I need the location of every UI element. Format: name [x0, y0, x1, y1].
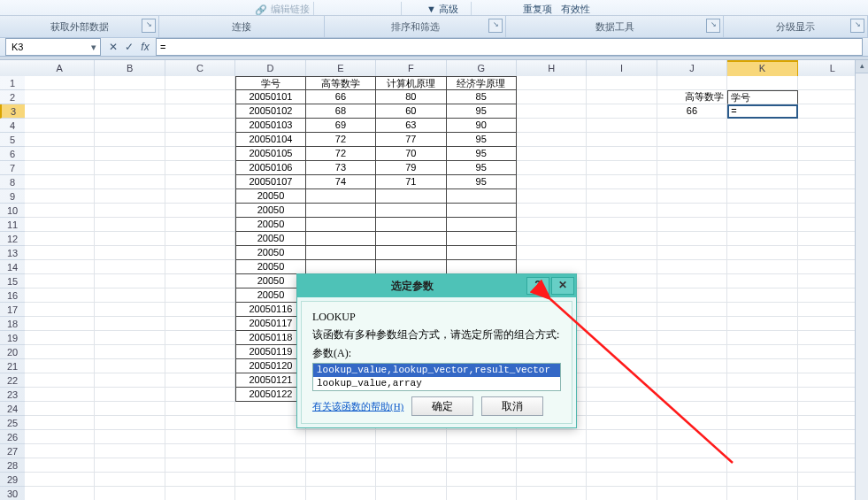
row-header-4[interactable]: 4 [0, 119, 25, 133]
cell-I15[interactable] [587, 274, 657, 288]
cell-C15[interactable] [165, 274, 235, 288]
name-box[interactable]: K3 ▾ [5, 38, 101, 56]
cell-J13[interactable] [657, 246, 727, 260]
cell-A25[interactable] [25, 416, 95, 430]
cell-K10[interactable] [727, 204, 797, 218]
cell-D29[interactable] [235, 473, 305, 487]
cell-J29[interactable] [657, 473, 727, 487]
cell-D12[interactable]: 20050 [235, 232, 306, 246]
row-header-11[interactable]: 11 [0, 218, 25, 232]
cell-G29[interactable] [447, 473, 517, 487]
cell-J28[interactable] [657, 458, 727, 473]
cell-F9[interactable] [376, 189, 446, 204]
cell-K9[interactable] [727, 189, 797, 204]
cell-J3[interactable]: 66 [657, 104, 727, 119]
cell-A29[interactable] [25, 473, 95, 487]
cell-F4[interactable]: 63 [376, 119, 446, 133]
cell-E28[interactable] [306, 458, 376, 473]
cell-G10[interactable] [447, 204, 517, 218]
cell-I7[interactable] [587, 161, 657, 175]
cell-K30[interactable] [727, 487, 797, 500]
cell-B4[interactable] [95, 119, 165, 133]
formula-bar[interactable]: = [156, 38, 863, 56]
cell-I13[interactable] [587, 246, 657, 260]
cell-B14[interactable] [95, 260, 165, 274]
cell-E27[interactable] [306, 444, 376, 458]
cell-J5[interactable] [657, 133, 727, 147]
cell-B9[interactable] [95, 189, 165, 204]
cell-C28[interactable] [165, 458, 235, 473]
cell-J20[interactable] [657, 345, 727, 359]
cell-G5[interactable]: 95 [447, 133, 517, 147]
cell-H14[interactable] [517, 260, 587, 274]
cell-A27[interactable] [25, 444, 95, 458]
row-header-1[interactable]: 1 [0, 76, 25, 90]
cell-I9[interactable] [587, 189, 657, 204]
group-launcher-icon[interactable]: ↘ [850, 19, 864, 33]
cell-I29[interactable] [587, 473, 657, 487]
cell-D24[interactable] [235, 402, 305, 416]
cell-H26[interactable] [517, 430, 587, 444]
column-header-I[interactable]: I [587, 60, 657, 76]
cell-H4[interactable] [517, 119, 587, 133]
cell-G26[interactable] [447, 430, 517, 444]
cell-J15[interactable] [657, 274, 727, 288]
cell-I3[interactable] [587, 104, 657, 119]
cell-I22[interactable] [587, 373, 657, 388]
row-header-6[interactable]: 6 [0, 147, 25, 161]
column-header-F[interactable]: F [376, 60, 446, 76]
row-header-25[interactable]: 25 [0, 416, 25, 430]
cell-A3[interactable] [25, 104, 95, 119]
cell-D26[interactable] [235, 430, 305, 444]
cell-H13[interactable] [517, 246, 587, 260]
cell-B2[interactable] [95, 90, 165, 104]
cell-F28[interactable] [376, 458, 446, 473]
cell-A16[interactable] [25, 288, 95, 303]
cell-E10[interactable] [306, 204, 376, 218]
row-header-20[interactable]: 20 [0, 345, 25, 359]
cell-G14[interactable] [447, 260, 517, 274]
data-validation-button[interactable]: 有效性 [561, 3, 590, 16]
cell-F10[interactable] [376, 204, 446, 218]
cell-C25[interactable] [165, 416, 235, 430]
row-header-18[interactable]: 18 [0, 317, 25, 331]
cell-B29[interactable] [95, 473, 165, 487]
cell-I11[interactable] [587, 218, 657, 232]
row-header-16[interactable]: 16 [0, 288, 25, 303]
cell-H10[interactable] [517, 204, 587, 218]
cell-J16[interactable] [657, 288, 727, 303]
cell-I6[interactable] [587, 147, 657, 161]
cell-A30[interactable] [25, 487, 95, 500]
cell-J23[interactable] [657, 388, 727, 402]
cell-D8[interactable]: 20050107 [235, 175, 306, 189]
cell-I20[interactable] [587, 345, 657, 359]
cell-J9[interactable] [657, 189, 727, 204]
cell-C18[interactable] [165, 317, 235, 331]
cell-J7[interactable] [657, 161, 727, 175]
cell-K4[interactable] [727, 119, 797, 133]
cell-D7[interactable]: 20050106 [235, 161, 306, 175]
cell-C1[interactable] [165, 76, 235, 90]
cell-A5[interactable] [25, 133, 95, 147]
row-header-30[interactable]: 30 [0, 487, 25, 500]
row-header-21[interactable]: 21 [0, 359, 25, 373]
cell-I10[interactable] [587, 204, 657, 218]
column-header-J[interactable]: J [657, 60, 727, 76]
cell-I30[interactable] [587, 487, 657, 500]
row-header-3[interactable]: 3 [0, 104, 25, 119]
cell-E6[interactable]: 72 [306, 147, 376, 161]
cell-J4[interactable] [657, 119, 727, 133]
cell-I26[interactable] [587, 430, 657, 444]
cell-C2[interactable] [165, 90, 235, 104]
cell-C14[interactable] [165, 260, 235, 274]
cell-B7[interactable] [95, 161, 165, 175]
cell-D16[interactable]: 20050 [235, 288, 306, 303]
cell-J10[interactable] [657, 204, 727, 218]
cell-H11[interactable] [517, 218, 587, 232]
cell-G28[interactable] [447, 458, 517, 473]
cancel-button[interactable]: 取消 [481, 396, 543, 416]
row-header-15[interactable]: 15 [0, 274, 25, 288]
argument-option-0[interactable]: lookup_value,lookup_vector,result_vector [313, 364, 560, 377]
cell-K11[interactable] [727, 218, 797, 232]
cell-J2[interactable]: 高等数学 [657, 90, 727, 104]
